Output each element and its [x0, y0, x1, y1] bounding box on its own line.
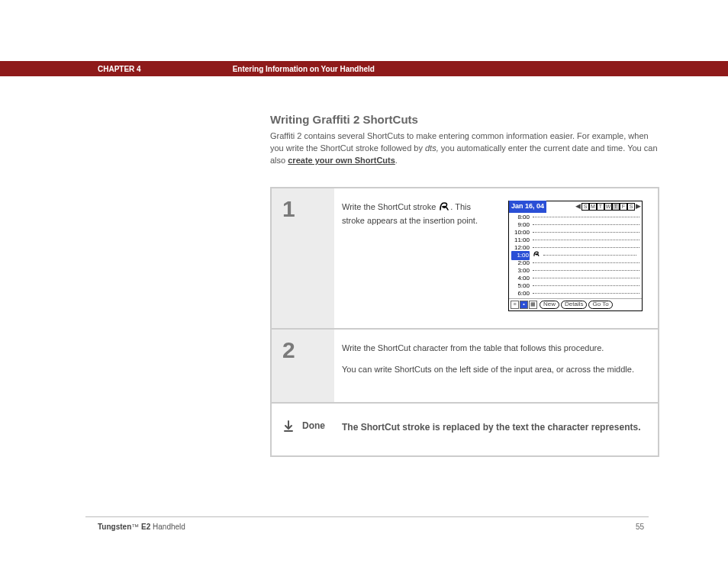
step-1-body: Write the ShortCut stroke . This stroke … — [334, 188, 658, 328]
hour-row: 5:00 — [511, 282, 639, 290]
done-arrow-icon — [282, 420, 299, 436]
hour-row: 2:00 — [511, 259, 639, 267]
hour-line — [533, 247, 639, 248]
day-cell: M — [589, 203, 597, 211]
shot-date: Jan 16, 04 — [509, 201, 546, 213]
next-arrow-icon: ▶ — [635, 203, 642, 210]
week-view-icon: ▦ — [529, 301, 537, 309]
shot-header: Jan 16, 04 ◀ SMTWTFS ▶ — [509, 201, 642, 212]
palm-screenshot: Jan 16, 04 ◀ SMTWTFS ▶ 8:009:0010:0011:0… — [508, 201, 643, 311]
hour-line — [543, 255, 636, 256]
section-intro: Graffiti 2 contains several ShortCuts to… — [270, 130, 659, 167]
hour-label: 6:00 — [511, 289, 530, 298]
shortcut-stroke-icon — [438, 201, 450, 215]
step-1-number: 1 — [272, 188, 334, 328]
shot-button: New — [540, 301, 559, 309]
s2-line1: Write the ShortCut character from the ta… — [342, 342, 646, 355]
intro-text-c: . — [395, 156, 398, 165]
main-content: Writing Graffiti 2 ShortCuts Graffiti 2 … — [270, 113, 659, 457]
shot-hours: 8:009:0010:0011:0012:001:002:003:004:005… — [509, 212, 642, 298]
shot-day-picker: ◀ SMTWTFS ▶ — [546, 202, 642, 211]
list-view-icon: ≡ — [511, 301, 519, 309]
page-number: 55 — [636, 523, 644, 531]
hour-row: 10:00 — [511, 229, 639, 236]
intro-em: dts, — [425, 143, 439, 153]
day-cell: F — [620, 203, 627, 211]
step-2-body: Write the ShortCut character from the ta… — [334, 330, 658, 402]
step-1: 1 Write the ShortCut stroke . This strok… — [272, 188, 658, 330]
hour-line — [533, 224, 639, 225]
footer-suffix: Handheld — [153, 523, 185, 531]
step-2-text: Write the ShortCut character from the ta… — [342, 342, 646, 385]
footer-rule — [85, 516, 649, 517]
s2-line2: You can write ShortCuts on the left side… — [342, 363, 646, 376]
hour-line — [533, 285, 639, 286]
day-cell: T — [612, 203, 620, 211]
create-shortcuts-link[interactable]: create your own ShortCuts — [288, 156, 395, 165]
footer-text: Tungsten™ E2 Handheld — [98, 523, 185, 531]
hour-line — [533, 240, 639, 240]
hour-row: 3:00 — [511, 267, 639, 275]
prev-arrow-icon: ◀ — [575, 203, 581, 210]
shot-button: Details — [561, 301, 587, 309]
chapter-title: Entering Information on Your Handheld — [233, 65, 375, 73]
shortcut-stroke-icon — [533, 250, 540, 260]
hour-row: 11:00 — [511, 236, 639, 244]
hour-row: 1:00 — [511, 252, 639, 259]
hour-line — [533, 217, 639, 217]
hour-row: 4:00 — [511, 275, 639, 282]
day-view-icon: • — [520, 301, 528, 309]
hour-row: 12:00 — [511, 244, 639, 252]
day-cell: S — [581, 203, 589, 211]
day-cell: T — [597, 203, 604, 211]
chapter-label: CHAPTER 4 — [98, 65, 141, 73]
hour-line — [533, 262, 639, 263]
hour-row: 9:00 — [511, 221, 639, 229]
done-row: Done The ShortCut stroke is replaced by … — [272, 404, 658, 455]
done-text: The ShortCut stroke is replaced by the t… — [337, 420, 646, 436]
hour-row: 6:00 — [511, 290, 639, 298]
s1-a: Write the ShortCut stroke — [342, 202, 438, 211]
steps-container: 1 Write the ShortCut stroke . This strok… — [270, 187, 659, 457]
shot-toolbar: ≡ • ▦ NewDetailsGo To — [509, 298, 642, 310]
shot-button: Go To — [588, 301, 612, 309]
day-cell: W — [604, 203, 612, 211]
hour-row: 8:00 — [511, 214, 639, 221]
hour-line — [533, 278, 639, 278]
footer-product-a: Tungsten — [98, 523, 131, 531]
step-2-number: 2 — [272, 330, 334, 402]
hour-line — [533, 270, 639, 271]
done-label: Done — [299, 420, 337, 436]
header-band: CHAPTER 4 Entering Information on Your H… — [0, 61, 728, 76]
step-1-text: Write the ShortCut stroke . This stroke … — [342, 201, 494, 311]
footer-product-b: E2 — [139, 523, 153, 531]
section-title: Writing Graffiti 2 ShortCuts — [270, 113, 659, 126]
step-2: 2 Write the ShortCut character from the … — [272, 330, 658, 404]
day-cell: S — [627, 203, 635, 211]
hour-line — [533, 293, 639, 294]
hour-line — [533, 232, 639, 233]
footer-tm: ™ — [131, 523, 139, 531]
